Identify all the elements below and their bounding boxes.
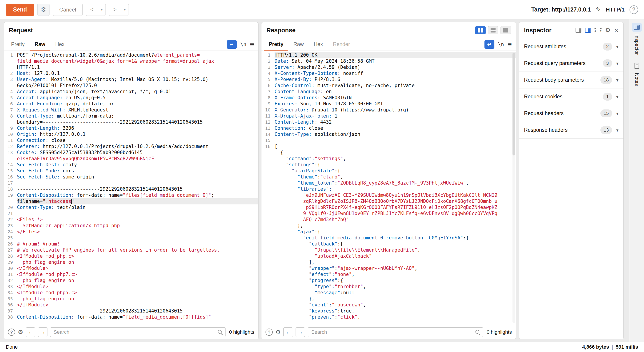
nonprintable-toggle[interactable]: \n	[498, 41, 504, 47]
chevron-down-icon[interactable]: ▾	[616, 111, 618, 116]
chevron-down-icon[interactable]: ▾	[616, 61, 618, 66]
code-line[interactable]: 21	[4, 210, 258, 217]
code-line[interactable]: 20Content-Type: text/plain	[4, 204, 258, 210]
code-line[interactable]: 11Connection: close	[4, 137, 258, 144]
code-line[interactable]: 6Cache-Control: must-revalidate, no-cach…	[262, 83, 516, 89]
code-line[interactable]: "edit-field-media-document-0-remove-butt…	[262, 235, 516, 241]
code-line[interactable]: _pS9HLbR7ROcrPX4f-eqKGrOQ00FAFYFsR7IFZL9…	[262, 204, 516, 210]
code-line[interactable]: 3User-Agent: Mozilla/5.0 (Macintosh; Int…	[4, 76, 258, 83]
history-forward-dropdown[interactable]: ▾	[121, 3, 129, 16]
code-line[interactable]: boundary=---------------------------2921…	[4, 119, 258, 125]
code-line[interactable]: 38Content-Disposition: form-data; name="…	[4, 314, 258, 320]
inspector-section-response-headers[interactable]: Response headers 13 ▾	[519, 122, 624, 139]
chevron-down-icon[interactable]: ▾	[616, 94, 618, 100]
collapse-all-icon[interactable]: ▾	[600, 28, 602, 32]
code-line[interactable]: 1HTTP/1.1 200 OK	[262, 52, 516, 58]
send-settings-button[interactable]: ⚙	[37, 3, 50, 16]
code-line[interactable]: "theme":"claro",	[262, 174, 516, 180]
tab-request-raw[interactable]: Raw	[30, 38, 50, 50]
code-line[interactable]: 3Server: Apache/2.4.59 (Debian)	[262, 64, 516, 70]
code-line[interactable]: "command":"settings",	[262, 156, 516, 162]
code-line[interactable]: 13Connection: close	[262, 125, 516, 131]
code-line[interactable]: 10Origin: http://127.0.0.1	[4, 131, 258, 137]
search-prev-button[interactable]: ←	[283, 327, 293, 337]
layout-rows-button[interactable]	[488, 26, 498, 34]
code-line[interactable]: 33</IfModule>	[4, 284, 258, 290]
code-line[interactable]: 15Sec-Fetch-Mode: cors	[4, 168, 258, 174]
code-line[interactable]: 29 php_flag engine on	[4, 259, 258, 265]
wrap-lines-button[interactable]: ↵	[484, 40, 494, 49]
code-line[interactable]: 17	[4, 180, 258, 186]
code-line[interactable]: "prevent":"click",	[262, 314, 516, 320]
code-line[interactable]: 10X-Generator: Drupal 10 (https://www.dr…	[262, 107, 516, 113]
code-line[interactable]: "message":null	[262, 290, 516, 296]
code-line[interactable]: field_media_document/widget/0&ajax_form=…	[4, 58, 258, 64]
history-forward-button[interactable]: >	[109, 3, 121, 16]
code-line[interactable]: 9_VQqLf0-JjUEwn8U1ov0EY_rZPBLJ1Yc7KLFsfq…	[262, 210, 516, 217]
code-line[interactable]: "type":"throbber",	[262, 284, 516, 290]
layout-single-button[interactable]	[500, 26, 511, 34]
code-line[interactable]: },	[262, 296, 516, 302]
chevron-down-icon[interactable]: ▾	[616, 44, 618, 49]
code-line[interactable]: "event":"mousedown",	[262, 302, 516, 308]
history-back-button[interactable]: <	[86, 3, 98, 16]
search-settings-icon[interactable]: ⚙	[18, 329, 23, 336]
code-line[interactable]: "libraries":	[262, 186, 516, 192]
code-line[interactable]: 12Referer: http://127.0.0.1/Projects/dru…	[4, 144, 258, 150]
code-line[interactable]: 5Accept-Language: en-US,en;q=0.5	[4, 95, 258, 101]
editor-menu-icon[interactable]: ≡	[250, 41, 254, 48]
code-line[interactable]: "Drupal\\file\\Element\\ManagedFile",	[262, 247, 516, 253]
send-button[interactable]: Send	[6, 3, 34, 16]
rail-tab-notes[interactable]: Notes	[630, 60, 643, 87]
code-line[interactable]: 32 php_flag engine on	[4, 278, 258, 284]
tab-response-hex[interactable]: Hex	[309, 38, 328, 50]
code-line[interactable]: 2Host: 127.0.0.1	[4, 70, 258, 76]
code-line[interactable]: 12Content-Length: 4432	[262, 119, 516, 125]
tab-response-render[interactable]: Render	[328, 38, 355, 50]
inspector-section-request-cookies[interactable]: Request cookies 1 ▾	[519, 88, 624, 105]
code-line[interactable]: 36</IfModule>	[4, 302, 258, 308]
code-line[interactable]: 14Sec-Fetch-Dest: empty	[4, 162, 258, 168]
code-line[interactable]: 30</IfModule>	[4, 265, 258, 271]
code-line[interactable]: AFQ_c7md3shm7bQ"	[262, 217, 516, 223]
expand-all-icon[interactable]: ▴	[594, 28, 596, 32]
code-line[interactable]: Gecko/20100101 Firefox/125.0	[4, 83, 258, 89]
code-line[interactable]: eIsHfaaETVr3av95yvbqQhzn0kom1P5wPcNSqB2V…	[4, 156, 258, 162]
code-line[interactable]: 11X-Drupal-Ajax-Token: 1	[262, 113, 516, 119]
inspector-section-request-headers[interactable]: Request headers 15 ▾	[519, 105, 624, 122]
code-line[interactable]: 16Sec-Fetch-Site: same-origin	[4, 174, 258, 180]
code-line[interactable]: "uploadAjaxCallback"	[262, 253, 516, 259]
tab-response-pretty[interactable]: Pretty	[264, 38, 288, 50]
search-next-button[interactable]: →	[296, 327, 305, 337]
edit-target-icon[interactable]: ✎	[596, 6, 601, 13]
inspector-section-request-body-parameters[interactable]: Request body parameters 18 ▾	[519, 72, 624, 88]
code-line[interactable]: 4X-Content-Type-Options: nosniff	[262, 70, 516, 76]
code-line[interactable]: 16[	[262, 144, 516, 150]
code-line[interactable]: "keypress":true,	[262, 308, 516, 314]
code-line[interactable]: 23 SetHandler application/x-httpd-php	[4, 223, 258, 229]
tab-request-hex[interactable]: Hex	[50, 38, 69, 50]
code-line[interactable]: 34<IfModule mod_php5.c>	[4, 290, 258, 296]
code-line[interactable]: zqRlkgDdlcFWZoISJP8-ZM40dBBQoOrbX7DYsLJ2…	[262, 198, 516, 204]
code-line[interactable]: 4Accept: application/json, text/javascri…	[4, 89, 258, 95]
code-line[interactable]: 27# We reactivate PHP engines for all ve…	[4, 247, 258, 253]
code-line[interactable]: 22<Files *>	[4, 217, 258, 223]
inspector-layout-icon[interactable]	[576, 28, 582, 33]
tab-response-raw[interactable]: Raw	[288, 38, 309, 50]
chevron-down-icon[interactable]: ▾	[616, 77, 618, 83]
code-line[interactable]: 24</Files>	[4, 229, 258, 235]
code-line[interactable]: 25	[4, 235, 258, 241]
code-line[interactable]: 37-----------------------------292129206…	[4, 308, 258, 314]
code-line[interactable]: 2Date: Sat, 04 May 2024 18:36:58 GMT	[262, 58, 516, 64]
tab-request-pretty[interactable]: Pretty	[6, 38, 30, 50]
code-line[interactable]: 8Content-Type: multipart/form-data;	[4, 113, 258, 119]
code-line[interactable]: 13Cookie: SESS05d4275ca1538832b5ab92000b…	[4, 150, 258, 156]
request-search-input[interactable]	[50, 327, 225, 337]
code-line[interactable]: "progress":{	[262, 278, 516, 284]
search-help-button[interactable]: ?	[8, 329, 15, 336]
search-next-button[interactable]: →	[38, 327, 48, 337]
cancel-button[interactable]: Cancel	[53, 3, 83, 16]
http-version-selector[interactable]: HTTP/1	[606, 6, 624, 13]
inspector-close-icon[interactable]: ×	[614, 27, 618, 34]
code-line[interactable]: 7X-Requested-With: XMLHttpRequest	[4, 107, 258, 113]
